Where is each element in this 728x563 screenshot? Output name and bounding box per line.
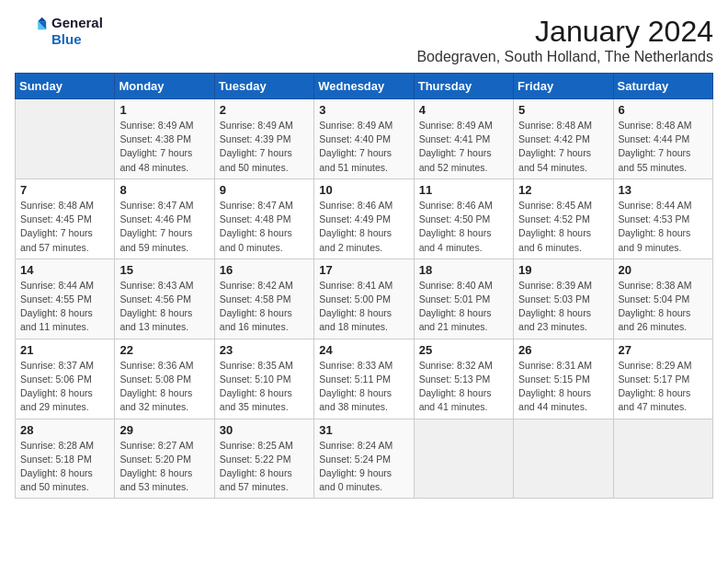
calendar-cell: 3Sunrise: 8:49 AM Sunset: 4:40 PM Daylig… [314,99,414,179]
calendar-cell [16,99,115,179]
calendar-cell: 6Sunrise: 8:48 AM Sunset: 4:44 PM Daylig… [613,99,712,179]
calendar-cell: 9Sunrise: 8:47 AM Sunset: 4:48 PM Daylig… [214,178,313,259]
day-number: 15 [119,263,209,277]
month-title: January 2024 [416,15,713,49]
calendar-cell: 26Sunrise: 8:31 AM Sunset: 5:15 PM Dayli… [514,339,613,419]
header: General Blue January 2024 Bodegraven, So… [15,15,713,65]
day-info: Sunrise: 8:25 AM Sunset: 5:22 PM Dayligh… [220,439,309,495]
calendar-cell [514,419,613,499]
calendar-body: 1Sunrise: 8:49 AM Sunset: 4:38 PM Daylig… [16,99,713,499]
calendar-cell: 24Sunrise: 8:33 AM Sunset: 5:11 PM Dayli… [314,339,414,419]
weekday-header-sunday: Sunday [16,74,115,99]
day-info: Sunrise: 8:40 AM Sunset: 5:01 PM Dayligh… [419,279,508,335]
day-info: Sunrise: 8:48 AM Sunset: 4:44 PM Dayligh… [619,119,708,175]
calendar-cell: 30Sunrise: 8:25 AM Sunset: 5:22 PM Dayli… [214,419,313,499]
day-info: Sunrise: 8:45 AM Sunset: 4:52 PM Dayligh… [518,199,608,255]
day-number: 16 [220,263,309,277]
day-number: 30 [220,423,309,437]
day-info: Sunrise: 8:49 AM Sunset: 4:40 PM Dayligh… [319,119,408,175]
day-number: 1 [119,103,209,117]
week-row-5: 28Sunrise: 8:28 AM Sunset: 5:18 PM Dayli… [16,419,713,499]
day-info: Sunrise: 8:46 AM Sunset: 4:49 PM Dayligh… [319,199,408,255]
day-number: 2 [220,103,309,117]
week-row-4: 21Sunrise: 8:37 AM Sunset: 5:06 PM Dayli… [16,339,713,419]
calendar-cell: 22Sunrise: 8:36 AM Sunset: 5:08 PM Dayli… [115,339,214,419]
day-number: 6 [619,103,708,117]
day-number: 31 [319,423,408,437]
day-info: Sunrise: 8:47 AM Sunset: 4:48 PM Dayligh… [220,199,309,255]
day-number: 26 [518,343,608,357]
weekday-header-thursday: Thursday [414,74,513,99]
calendar-cell: 19Sunrise: 8:39 AM Sunset: 5:03 PM Dayli… [514,259,613,339]
day-number: 25 [419,343,508,357]
day-info: Sunrise: 8:27 AM Sunset: 5:20 PM Dayligh… [119,439,209,495]
day-info: Sunrise: 8:47 AM Sunset: 4:46 PM Dayligh… [119,199,209,255]
day-number: 13 [619,183,708,197]
day-info: Sunrise: 8:48 AM Sunset: 4:42 PM Dayligh… [518,119,608,175]
day-number: 7 [20,183,109,197]
calendar-cell: 10Sunrise: 8:46 AM Sunset: 4:49 PM Dayli… [314,178,414,259]
day-info: Sunrise: 8:31 AM Sunset: 5:15 PM Dayligh… [518,359,608,415]
weekday-header-wednesday: Wednesday [314,74,414,99]
day-info: Sunrise: 8:39 AM Sunset: 5:03 PM Dayligh… [518,279,608,335]
calendar-cell: 27Sunrise: 8:29 AM Sunset: 5:17 PM Dayli… [613,339,712,419]
day-number: 28 [20,423,109,437]
weekday-header-tuesday: Tuesday [214,74,313,99]
calendar-cell: 23Sunrise: 8:35 AM Sunset: 5:10 PM Dayli… [214,339,313,419]
day-info: Sunrise: 8:43 AM Sunset: 4:56 PM Dayligh… [119,279,209,335]
calendar-cell [613,419,712,499]
day-info: Sunrise: 8:37 AM Sunset: 5:06 PM Dayligh… [20,359,109,415]
weekday-header-friday: Friday [514,74,613,99]
day-info: Sunrise: 8:49 AM Sunset: 4:39 PM Dayligh… [220,119,309,175]
calendar-cell: 28Sunrise: 8:28 AM Sunset: 5:18 PM Dayli… [16,419,115,499]
weekday-header-monday: Monday [115,74,214,99]
day-number: 19 [518,263,608,277]
day-number: 14 [20,263,109,277]
day-info: Sunrise: 8:24 AM Sunset: 5:24 PM Dayligh… [319,439,408,495]
day-number: 24 [319,343,408,357]
calendar-cell: 15Sunrise: 8:43 AM Sunset: 4:56 PM Dayli… [115,259,214,339]
logo: General Blue [15,15,103,48]
calendar-cell: 20Sunrise: 8:38 AM Sunset: 5:04 PM Dayli… [613,259,712,339]
day-info: Sunrise: 8:28 AM Sunset: 5:18 PM Dayligh… [20,439,109,495]
calendar-cell: 17Sunrise: 8:41 AM Sunset: 5:00 PM Dayli… [314,259,414,339]
calendar-cell: 14Sunrise: 8:44 AM Sunset: 4:55 PM Dayli… [16,259,115,339]
day-number: 23 [220,343,309,357]
day-number: 22 [119,343,209,357]
day-info: Sunrise: 8:49 AM Sunset: 4:38 PM Dayligh… [119,119,209,175]
day-number: 27 [619,343,708,357]
calendar-cell: 1Sunrise: 8:49 AM Sunset: 4:38 PM Daylig… [115,99,214,179]
day-info: Sunrise: 8:46 AM Sunset: 4:50 PM Dayligh… [419,199,508,255]
logo-text: General Blue [51,15,103,48]
day-number: 3 [319,103,408,117]
day-info: Sunrise: 8:44 AM Sunset: 4:53 PM Dayligh… [619,199,708,255]
calendar-cell: 29Sunrise: 8:27 AM Sunset: 5:20 PM Dayli… [115,419,214,499]
day-number: 21 [20,343,109,357]
day-info: Sunrise: 8:41 AM Sunset: 5:00 PM Dayligh… [319,279,408,335]
calendar-cell: 21Sunrise: 8:37 AM Sunset: 5:06 PM Dayli… [16,339,115,419]
location-title: Bodegraven, South Holland, The Netherlan… [416,49,713,65]
calendar-cell: 8Sunrise: 8:47 AM Sunset: 4:46 PM Daylig… [115,178,214,259]
day-number: 4 [419,103,508,117]
day-number: 11 [419,183,508,197]
calendar-cell [414,419,513,499]
day-info: Sunrise: 8:48 AM Sunset: 4:45 PM Dayligh… [20,199,109,255]
weekday-header-saturday: Saturday [613,74,712,99]
day-info: Sunrise: 8:36 AM Sunset: 5:08 PM Dayligh… [119,359,209,415]
calendar-cell: 16Sunrise: 8:42 AM Sunset: 4:58 PM Dayli… [214,259,313,339]
title-block: January 2024 Bodegraven, South Holland, … [416,15,713,65]
day-info: Sunrise: 8:42 AM Sunset: 4:58 PM Dayligh… [220,279,309,335]
day-number: 17 [319,263,408,277]
day-info: Sunrise: 8:33 AM Sunset: 5:11 PM Dayligh… [319,359,408,415]
calendar-cell: 5Sunrise: 8:48 AM Sunset: 4:42 PM Daylig… [514,99,613,179]
day-number: 5 [518,103,608,117]
day-number: 29 [119,423,209,437]
day-info: Sunrise: 8:32 AM Sunset: 5:13 PM Dayligh… [419,359,508,415]
calendar-cell: 11Sunrise: 8:46 AM Sunset: 4:50 PM Dayli… [414,178,513,259]
day-number: 20 [619,263,708,277]
svg-marker-2 [38,17,46,22]
calendar-cell: 4Sunrise: 8:49 AM Sunset: 4:41 PM Daylig… [414,99,513,179]
calendar-cell: 13Sunrise: 8:44 AM Sunset: 4:53 PM Dayli… [613,178,712,259]
week-row-1: 1Sunrise: 8:49 AM Sunset: 4:38 PM Daylig… [16,99,713,179]
logo-icon [15,15,48,48]
